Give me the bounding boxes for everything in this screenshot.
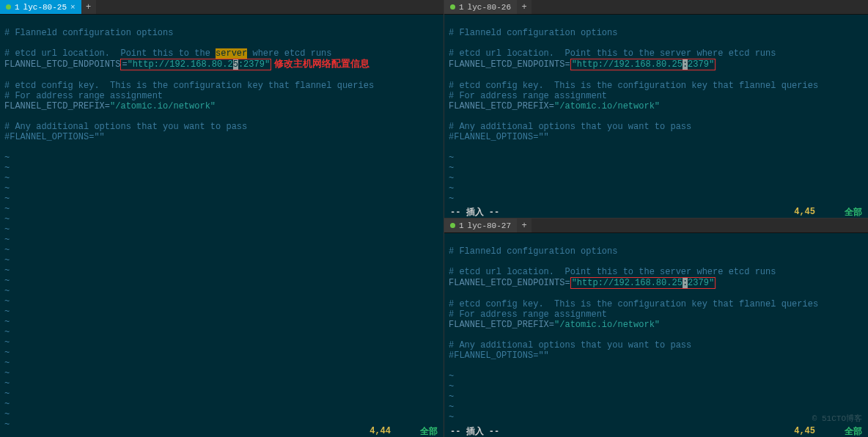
tilde-line: ~ <box>449 392 454 402</box>
comment-line: #FLANNEL_OPTIONS="" <box>4 132 105 142</box>
cursor: 5 <box>233 59 238 70</box>
vim-mode: -- 插入 -- <box>450 206 499 218</box>
tilde-line: ~ <box>4 327 10 337</box>
highlight-box: "http://192.168.80.25:2379" <box>570 59 716 70</box>
tilde-line: ~ <box>449 153 454 163</box>
tilde-line: ~ <box>4 286 10 296</box>
tilde-line: ~ <box>4 419 10 425</box>
statusbar-left: 4,44 全部 <box>0 425 444 437</box>
tilde-line: ~ <box>4 296 10 306</box>
config-value: :2379" <box>238 59 270 70</box>
config-value: "/atomic.io/network" <box>110 101 216 111</box>
tabbar-left: 1 lyc-80-25 × + <box>0 0 444 15</box>
search-highlight: server <box>216 48 247 59</box>
comment-line: # Flanneld configuration options <box>449 246 617 257</box>
pane-bottom-right: 1 lyc-80-27 + # Flanneld configuration o… <box>444 218 868 437</box>
config-key: FLANNEL_ETCD_PREFIX <box>4 101 105 111</box>
tilde-line: ~ <box>449 381 454 392</box>
config-value: "http://192.168.80.25 <box>572 59 683 70</box>
editor-br[interactable]: # Flanneld configuration options # etcd … <box>444 233 868 425</box>
cursor-position: 4,44 <box>369 426 391 436</box>
tilde-line: ~ <box>4 265 10 276</box>
tabbar-br: 1 lyc-80-27 + <box>444 218 868 233</box>
tilde-line: ~ <box>4 153 10 163</box>
equals: = <box>564 59 570 70</box>
comment-line: # For address range assignment <box>449 91 607 101</box>
statusbar-br: -- 插入 -- 4,45 全部 <box>444 425 868 437</box>
tilde-line: ~ <box>4 214 10 224</box>
equals: = <box>549 101 554 111</box>
scroll-indicator: 全部 <box>420 425 438 438</box>
close-icon[interactable]: × <box>70 3 76 12</box>
add-tab-button[interactable]: + <box>517 218 532 232</box>
comment-line: # For address range assignment <box>4 91 163 101</box>
tilde-line: ~ <box>4 204 10 214</box>
config-key: FLANNEL_ETCD_PREFIX <box>449 320 549 330</box>
comment-line: # Any additional options that you want t… <box>449 340 691 350</box>
tabbar-tr: 1 lyc-80-26 + <box>444 0 868 15</box>
status-dot-icon <box>450 223 455 228</box>
comment-line: # etcd config key. This is the configura… <box>449 299 818 309</box>
comment-line: where etcd runs <box>247 48 331 59</box>
tab-lyc-80-27[interactable]: 1 lyc-80-27 <box>444 218 517 232</box>
comment-line: # etcd url location. Point this to the s… <box>449 267 776 277</box>
config-value: "/atomic.io/network" <box>554 320 660 330</box>
equals: = <box>105 101 110 111</box>
equals: = <box>549 320 554 330</box>
tilde-line: ~ <box>4 255 10 265</box>
tilde-line: ~ <box>4 409 10 419</box>
editor-tr[interactable]: # Flanneld configuration options # etcd … <box>444 15 868 206</box>
tab-title: lyc-80-26 <box>468 3 511 12</box>
tab-number: 1 <box>459 221 464 230</box>
pane-left: 1 lyc-80-25 × + # Flanneld configuration… <box>0 0 444 437</box>
comment-line: #FLANNEL_OPTIONS="" <box>449 350 549 361</box>
equals: = <box>564 278 570 288</box>
tilde-line: ~ <box>4 358 10 368</box>
config-value: 2379" <box>688 278 714 288</box>
tab-number: 1 <box>15 3 20 12</box>
tilde-line: ~ <box>449 402 454 412</box>
cursor: : <box>683 59 688 70</box>
tab-title: lyc-80-25 <box>23 3 67 12</box>
tilde-line: ~ <box>4 399 10 409</box>
comment-line: # etcd config key. This is the configura… <box>4 81 374 91</box>
cursor-position: 4,45 <box>794 207 815 217</box>
tilde-line: ~ <box>4 337 10 348</box>
tilde-line: ~ <box>4 173 10 183</box>
scroll-indicator: 全部 <box>845 206 862 218</box>
tilde-line: ~ <box>4 276 10 286</box>
comment-line: # etcd url location. Point this to the <box>4 48 216 59</box>
config-value: "/atomic.io/network" <box>554 101 660 111</box>
watermark: © 51CTO博客 <box>812 414 862 424</box>
tilde-line: ~ <box>4 306 10 317</box>
tilde-line: ~ <box>449 371 454 381</box>
tab-lyc-80-25[interactable]: 1 lyc-80-25 × <box>0 0 81 14</box>
tilde-line: ~ <box>4 194 10 204</box>
tilde-line: ~ <box>449 183 454 194</box>
comment-line: # etcd config key. This is the configura… <box>449 81 818 91</box>
tilde-line: ~ <box>4 389 10 399</box>
vim-mode: -- 插入 -- <box>450 425 499 438</box>
tilde-line: ~ <box>4 235 10 245</box>
comment-line: # Any additional options that you want t… <box>449 122 691 132</box>
tilde-line: ~ <box>4 183 10 194</box>
tilde-line: ~ <box>4 317 10 327</box>
annotation-text: 修改主机网络配置信息 <box>274 58 369 69</box>
add-tab-button[interactable]: + <box>517 0 532 14</box>
editor-left[interactable]: # Flanneld configuration options # etcd … <box>0 15 444 425</box>
config-value: "http://192.168.80.2 <box>128 59 233 70</box>
config-key: FLANNEL_ETCD_ENDPOINTS <box>4 59 120 70</box>
config-key: FLANNEL_ETCD_PREFIX <box>449 101 549 111</box>
highlight-box: "http://192.168.80.25:2379" <box>570 277 716 289</box>
config-value: 2379" <box>688 59 714 70</box>
tab-title: lyc-80-27 <box>468 221 511 230</box>
tilde-line: ~ <box>4 224 10 235</box>
equals: = <box>122 59 127 70</box>
tilde-line: ~ <box>4 163 10 173</box>
add-tab-button[interactable]: + <box>81 0 96 14</box>
config-key: FLANNEL_ETCD_ENDPOINTS <box>449 59 564 70</box>
tilde-line: ~ <box>4 245 10 255</box>
pane-right-column: 1 lyc-80-26 + # Flanneld configuration o… <box>444 0 868 437</box>
statusbar-tr: -- 插入 -- 4,45 全部 <box>444 206 868 218</box>
tab-lyc-80-26[interactable]: 1 lyc-80-26 <box>444 0 517 14</box>
